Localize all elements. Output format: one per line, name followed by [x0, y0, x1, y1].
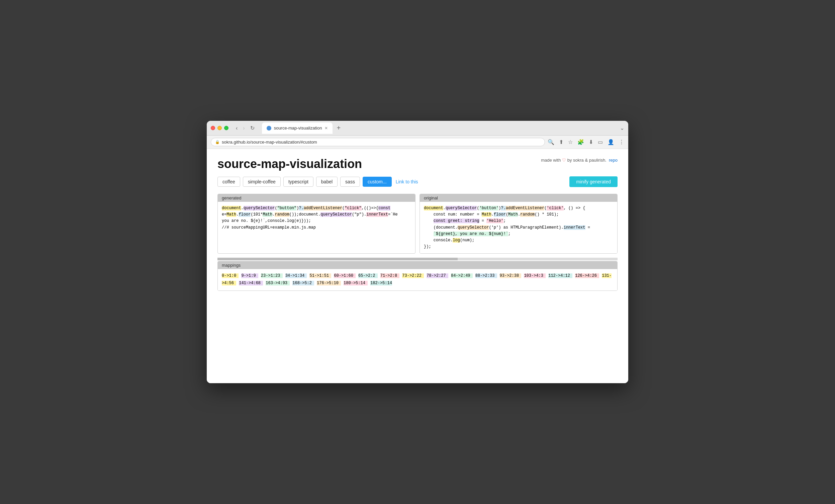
minify-generated-button[interactable]: minify generated	[569, 176, 617, 187]
buttons-row: coffee simple-coffee typescript babel sa…	[218, 176, 617, 187]
mapping-item: 103->4:3	[524, 274, 546, 278]
page-header: source-map-visualization made with ♡ by …	[218, 157, 617, 171]
made-with-text: made with ♡ by sokra & paulirish. repo	[541, 157, 617, 164]
mapping-item: 51->1:51	[309, 274, 331, 278]
download-icon[interactable]: ⬇	[589, 139, 593, 145]
lock-icon: 🔒	[215, 140, 220, 144]
reader-icon[interactable]: ▭	[598, 139, 603, 145]
share-icon[interactable]: ⬆	[559, 139, 563, 145]
original-line-6: console.log(num);	[424, 237, 613, 244]
mapping-item: 78->2:27	[427, 274, 448, 278]
browser-window: ‹ › ↻ source-map-visualization ✕ + ⌄ 🔒 s…	[207, 121, 628, 383]
mapping-item: 168->5:2	[292, 281, 314, 285]
minimize-button[interactable]	[218, 126, 222, 130]
original-line-4: (document.querySelector('p') as HTMLPara…	[424, 225, 613, 231]
back-button[interactable]: ‹	[234, 124, 240, 132]
typescript-button[interactable]: typescript	[283, 177, 313, 187]
url-text: sokra.github.io/source-map-visualization…	[222, 140, 317, 145]
code-panels-row: generated document.querySelector("button…	[218, 194, 617, 254]
original-panel-header: original	[420, 194, 617, 202]
forward-button[interactable]: ›	[241, 124, 247, 132]
mapping-item: 182->5:14	[370, 281, 392, 285]
window-menu-button[interactable]: ⌄	[620, 125, 624, 131]
generated-line-4: //# sourceMappingURL=example.min.js.map	[222, 225, 411, 231]
mappings-panel: mappings 0->1:0 9->1:9 23->1:23 34->1:34…	[218, 261, 617, 290]
generated-line-2: e=Math.floor(101*Math.random());document…	[222, 211, 411, 218]
generated-line-3: you are no. ${e}!`,console.log(e)}));	[222, 218, 411, 224]
babel-button[interactable]: babel	[316, 177, 338, 187]
reload-button[interactable]: ↻	[248, 124, 257, 132]
mapping-item: 176->5:10	[317, 281, 341, 285]
coffee-button[interactable]: coffee	[218, 177, 240, 187]
mapping-item: 141->4:68	[239, 281, 263, 285]
original-line-7: });	[424, 244, 613, 250]
original-line-1: document.querySelector('button')?.addEve…	[424, 205, 613, 211]
mapping-item: 180->5:14	[344, 281, 368, 285]
mapping-item: 60->1:60	[334, 274, 355, 278]
custom-button[interactable]: custom...	[363, 177, 392, 187]
original-panel: original document.querySelector('button'…	[420, 194, 617, 254]
link-to-this[interactable]: Link to this	[396, 179, 418, 184]
mapping-item: 0->1:0	[222, 274, 239, 278]
traffic-lights	[211, 126, 228, 130]
original-panel-body[interactable]: document.querySelector('button')?.addEve…	[420, 202, 617, 253]
scroll-indicator	[218, 258, 617, 260]
mapping-item: 71->2:8	[380, 274, 400, 278]
mapping-item: 84->2:49	[451, 274, 473, 278]
heart-icon: ♡	[562, 158, 566, 163]
generated-line-1: document.querySelector("button")?.addEve…	[222, 205, 411, 211]
mappings-panel-body: 0->1:0 9->1:9 23->1:23 34->1:34 51->1:51…	[218, 269, 617, 290]
avatar-icon[interactable]: 👤	[608, 139, 614, 145]
close-button[interactable]	[211, 126, 215, 130]
page-title: source-map-visualization	[218, 157, 362, 171]
menu-icon[interactable]: ⋮	[619, 139, 624, 145]
tab-bar: source-map-visualization ✕ +	[262, 122, 617, 134]
mapping-item: 9->1:9	[241, 274, 258, 278]
mapping-item: 34->1:34	[285, 274, 307, 278]
mapping-item: 163->4:93	[266, 281, 290, 285]
original-line-2: const num: number = Math.floor(Math.rand…	[424, 211, 613, 218]
extensions-icon[interactable]: 🧩	[577, 139, 584, 145]
search-icon[interactable]: 🔍	[548, 139, 554, 145]
title-bar: ‹ › ↻ source-map-visualization ✕ + ⌄	[207, 121, 628, 136]
made-with-label: made with ♡ by sokra & paulirish.	[541, 158, 608, 163]
repo-link[interactable]: repo	[609, 158, 617, 163]
mappings-panel-header: mappings	[218, 261, 617, 269]
mapping-item: 112->4:12	[548, 274, 572, 278]
mapping-item: 73->2:22	[402, 274, 424, 278]
sass-button[interactable]: sass	[340, 177, 360, 187]
mapping-item: 65->2:2	[358, 274, 378, 278]
tab-close-button[interactable]: ✕	[325, 126, 328, 130]
new-tab-button[interactable]: +	[334, 124, 343, 132]
maximize-button[interactable]	[224, 126, 228, 130]
simple-coffee-button[interactable]: simple-coffee	[243, 177, 281, 187]
tab-favicon	[267, 126, 271, 130]
mapping-item: 88->2:33	[475, 274, 497, 278]
mapping-item: 23->1:23	[261, 274, 283, 278]
nav-buttons: ‹ › ↻	[234, 124, 257, 132]
address-input[interactable]: 🔒 sokra.github.io/source-map-visualizati…	[211, 138, 545, 146]
mapping-item: 126->4:26	[575, 274, 599, 278]
generated-panel: generated document.querySelector("button…	[218, 194, 415, 254]
page-content: source-map-visualization made with ♡ by …	[207, 149, 628, 383]
mapping-item: 93->2:38	[500, 274, 522, 278]
original-line-3: const greet: string = 'Hello';	[424, 218, 613, 224]
tab-title: source-map-visualization	[274, 125, 322, 130]
bookmark-icon[interactable]: ☆	[568, 139, 573, 145]
original-line-5: `${greet}, you are no. ${num}!`;	[424, 231, 613, 237]
toolbar-icons: 🔍 ⬆ ☆ 🧩 ⬇ ▭ 👤 ⋮	[548, 139, 624, 145]
address-bar: 🔒 sokra.github.io/source-map-visualizati…	[207, 136, 628, 149]
generated-panel-body[interactable]: document.querySelector("button")?.addEve…	[218, 202, 415, 252]
active-tab[interactable]: source-map-visualization ✕	[262, 122, 333, 134]
generated-panel-header: generated	[218, 194, 415, 202]
